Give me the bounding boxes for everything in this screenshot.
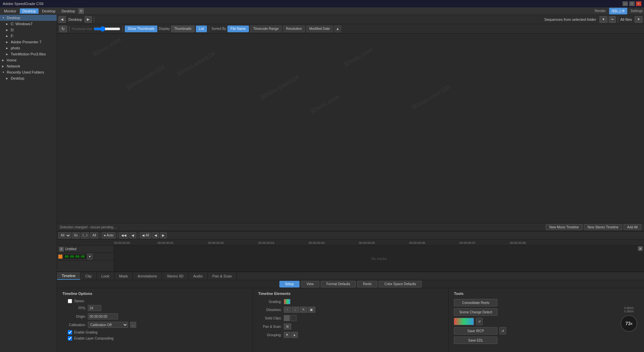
setup-tab-view[interactable]: View	[301, 281, 320, 288]
setup-tab-format-defaults[interactable]: Format Defaults	[321, 281, 356, 288]
grouping-btn-1[interactable]: ▼	[284, 332, 290, 338]
consolidate-reels-button[interactable]: Consolidate Reels	[454, 299, 497, 306]
timecode-row: 00:00:00:00 ▼	[57, 253, 114, 260]
thumbnail-size-slider[interactable]	[94, 27, 120, 31]
scene-change-detect-button[interactable]: Scene Change Detect	[454, 308, 497, 316]
bars-button[interactable]: I...I	[81, 232, 90, 238]
thumbnails-button[interactable]: Thumbnails	[171, 26, 195, 32]
dissolve-down-button[interactable]: ↓	[292, 307, 299, 313]
go-back-more-button[interactable]: ◀◀	[119, 232, 128, 238]
sidebar-item-network[interactable]: ▶ Network	[0, 63, 57, 69]
tab-stereo-3d[interactable]: Stereo 3D	[162, 272, 189, 280]
enable-layer-compositing-checkbox[interactable]	[68, 336, 72, 341]
list-button[interactable]: List	[196, 26, 207, 32]
enable-grading-checkbox[interactable]	[68, 330, 72, 335]
all-button[interactable]: All	[90, 232, 98, 238]
menu-desktop-3[interactable]: Desktop	[59, 8, 77, 14]
tab-mask[interactable]: Mask	[114, 272, 133, 280]
all-files-dropdown[interactable]: ▼	[635, 16, 643, 23]
sidebar-item-adobe-presenter[interactable]: ▶ Adobe Presenter 7	[0, 39, 57, 45]
modified-date-sort-button[interactable]: Modified Date	[306, 26, 333, 32]
stereo-checkbox[interactable]	[68, 299, 72, 303]
consolidate-reels-row: Consolidate Reels	[454, 299, 639, 306]
save-ircp-row: Save IRCP ↺	[454, 327, 639, 335]
menu-desktop-1[interactable]: Desktop	[20, 8, 39, 14]
solid-clip-color-1[interactable]	[284, 315, 290, 321]
sidebar-item-photo[interactable]: ▶ photo	[0, 45, 57, 51]
upload-queue-button[interactable]: 排队上传	[609, 8, 627, 14]
setup-tab-color-space[interactable]: Color Space Defaults	[379, 281, 422, 288]
refresh-button[interactable]: ↻	[59, 26, 67, 32]
tab-audio[interactable]: Audio	[189, 272, 208, 280]
tab-look[interactable]: Look	[97, 272, 114, 280]
app-title: Adobe SpeedGrade CS6	[3, 2, 44, 6]
dissolve-up-button[interactable]: ↑	[284, 307, 291, 313]
all-left-button[interactable]: ◀ All	[140, 232, 151, 238]
tab-pan-scan[interactable]: Pan & Scan	[208, 272, 237, 280]
sidebar-item-recent-desktop[interactable]: ▶ Desktop	[0, 75, 57, 81]
timecode-options-button[interactable]: ▼	[87, 254, 93, 260]
minimize-button[interactable]: ─	[623, 1, 628, 6]
nav-right-button[interactable]: ▶	[85, 16, 92, 23]
add-desktop-button[interactable]: +	[78, 8, 84, 14]
speed-unit: x	[631, 322, 633, 325]
timeline-track-select[interactable]: All	[58, 232, 71, 238]
tab-clip[interactable]: Clip	[80, 272, 97, 280]
tab-timeline[interactable]: Timeline	[57, 272, 80, 280]
menu-monitor[interactable]: Monitor	[1, 8, 19, 14]
grading-color-swatch[interactable]	[284, 299, 290, 304]
ircp-refresh-button[interactable]: ↺	[499, 327, 506, 335]
dissolve-edit-button[interactable]: ✎	[300, 307, 307, 313]
resolution-sort-button[interactable]: Resolution	[283, 26, 305, 32]
stereo-label: Stereo	[74, 299, 84, 303]
save-ircp-button[interactable]: Save IRCP	[454, 327, 497, 335]
origin-input[interactable]	[88, 313, 118, 319]
color-tools-button[interactable]	[454, 318, 474, 325]
timecode-range-sort-button[interactable]: Timecode Range	[250, 26, 282, 32]
timeline-close-button[interactable]: ✕	[638, 246, 643, 251]
sidebar-item-c-win7[interactable]: ▶ C: Windows7	[0, 21, 57, 27]
refresh-color-button[interactable]: ↺	[476, 318, 483, 325]
sidebar-item-d[interactable]: ▶ D:	[0, 27, 57, 33]
dissolve-options-button[interactable]: ▣	[308, 307, 315, 313]
new-mono-timeline-button[interactable]: New Mono Timeline	[546, 224, 583, 230]
sidebar-item-f[interactable]: ▶ F:	[0, 33, 57, 39]
watermark: 3Dsoc.com	[91, 36, 122, 58]
pan-scan-button[interactable]: ⊞	[284, 323, 291, 329]
solid-clip-color-2[interactable]	[290, 315, 297, 321]
setup-tab-reels[interactable]: Reels	[357, 281, 377, 288]
grouping-btn-2[interactable]: ▲	[291, 332, 298, 338]
sidebar-item-recent-folders[interactable]: ▼ Recently Used Folders	[0, 69, 57, 75]
setup-tab-setup[interactable]: Setup	[279, 281, 300, 288]
sidebar-item-desktop[interactable]: ▼ Desktop	[0, 15, 57, 21]
sidebar-item-label: photo	[11, 46, 20, 50]
current-folder-label: Desktop	[67, 17, 83, 21]
calibration-options-button[interactable]: …	[130, 322, 136, 328]
sequences-dropdown-button[interactable]: ▼	[599, 16, 607, 23]
go-back-button[interactable]: ◀	[129, 232, 136, 238]
sequences-options-button[interactable]: ••	[609, 16, 616, 23]
sidebar-item-home[interactable]: ▶ Home	[0, 57, 57, 63]
play-forward-button[interactable]: ▶	[160, 232, 167, 238]
menu-desktop-2[interactable]: Desktop	[39, 8, 58, 14]
tab-annotations[interactable]: Annotations	[133, 272, 162, 280]
auto-button[interactable]: ● Auto	[102, 232, 116, 238]
calibration-select[interactable]: Calibration Off	[88, 322, 128, 328]
speed-circle: 73x	[621, 315, 637, 332]
save-edl-button[interactable]: Save EDL	[454, 337, 497, 344]
play-back-button[interactable]: ◀	[152, 232, 159, 238]
sidebar-item-twinmotion[interactable]: ▶ TwinMotion Pro3.files	[0, 51, 57, 57]
new-stereo-timeline-button[interactable]: New Stereo Timeline	[584, 224, 622, 230]
maximize-button[interactable]: □	[629, 1, 635, 6]
fps-input[interactable]	[88, 305, 101, 311]
sort-direction-button[interactable]: ▲	[334, 26, 341, 32]
show-thumbnails-button[interactable]: Show Thumbnails	[125, 26, 157, 32]
file-name-sort-button[interactable]: File Name	[227, 26, 249, 32]
render-label: Render	[595, 9, 606, 13]
add-all-button[interactable]: Add All	[624, 224, 641, 230]
close-button[interactable]: ✕	[636, 1, 641, 6]
bottom-panel: Timeline Clip Look Mask Annotations Ster…	[57, 271, 644, 352]
fps-6s-button[interactable]: 6s	[72, 232, 80, 238]
nav-left-button[interactable]: ◀	[58, 16, 66, 23]
expand-arrow: ▶	[2, 59, 5, 62]
